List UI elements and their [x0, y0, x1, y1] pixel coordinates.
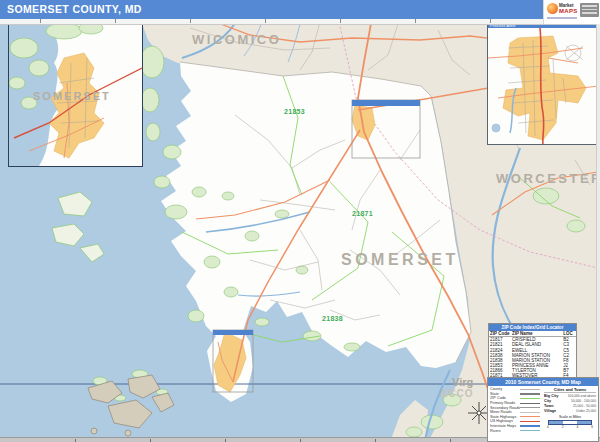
label-zip-21853: 21853 — [284, 108, 305, 115]
label-wicomico-county: WICOMICO — [192, 32, 281, 47]
zip-table-row: 21821 DEAL ISLAND C3 — [489, 342, 576, 347]
inset-map-princess-anne: Princess Anne — [487, 22, 600, 145]
legend-title: 2010 Somerset County, MD Map — [488, 378, 598, 386]
minor-road-swatch — [520, 412, 540, 413]
map-poster: WICOMICO WORCESTER SOMERSET 21853 21871 … — [0, 0, 600, 442]
state-line-swatch — [520, 393, 540, 395]
label-accomack: ACCO — [440, 388, 473, 399]
county-line-swatch — [520, 389, 540, 390]
city-size-row: Village Under 25,000 — [544, 408, 596, 413]
river-swatch — [520, 430, 540, 431]
zip-line-swatch — [520, 398, 540, 399]
primary-road-swatch — [520, 403, 540, 404]
logo-brand-bottom: MAPS — [559, 8, 578, 14]
map-ruler-top — [0, 19, 600, 25]
col-zip-code: ZIP Code — [489, 331, 511, 337]
scale-label: Scale in Miles — [544, 415, 596, 419]
legend-cities-column: Cities and Towns Big City 100,000 and ab… — [544, 387, 596, 429]
interstate-swatch — [520, 425, 540, 427]
logo-tagline-bar — [547, 17, 577, 19]
secondary-road-swatch — [520, 407, 540, 408]
zip-table-title: ZIP Code Index/Grid Locator — [489, 324, 576, 331]
map-title: SOMERSET COUNTY, MD — [7, 3, 142, 15]
inset-princess-anne-graphic — [488, 28, 599, 144]
label-somerset-county: SOMERSET — [341, 251, 459, 269]
label-zip-21838: 21838 — [322, 315, 343, 322]
state-highway-swatch — [520, 416, 540, 417]
map-ruler-right — [596, 24, 600, 437]
label-worcester-county: WORCESTER — [496, 171, 600, 186]
legend-item: Rivers — [490, 428, 542, 433]
label-virginia: Virg — [452, 376, 473, 388]
publisher-logo: Market MAPS — [543, 0, 600, 24]
label-zip-21871: 21871 — [352, 210, 373, 217]
city-size-row: Big City 100,000 and above — [544, 393, 596, 398]
map-legend: 2010 Somerset County, MD Map County Stat… — [487, 377, 599, 442]
title-banner: SOMERSET COUNTY, MD — [0, 0, 600, 19]
inset-map-crisfield: Crisfield SOMERSET — [8, 17, 143, 167]
us-highway-swatch — [520, 421, 540, 422]
inset-crisfield-somerset-label: SOMERSET — [33, 90, 111, 102]
logo-text-block — [580, 3, 599, 17]
logo-sun-icon — [547, 3, 558, 14]
zip-index-table: ZIP Code Index/Grid Locator ZIP Code ZIP… — [488, 323, 577, 380]
scale-ticks: 0 2 4 6 — [547, 425, 593, 429]
legend-symbols-column: County State ZIP Code Primary Roads Seco… — [490, 387, 542, 433]
